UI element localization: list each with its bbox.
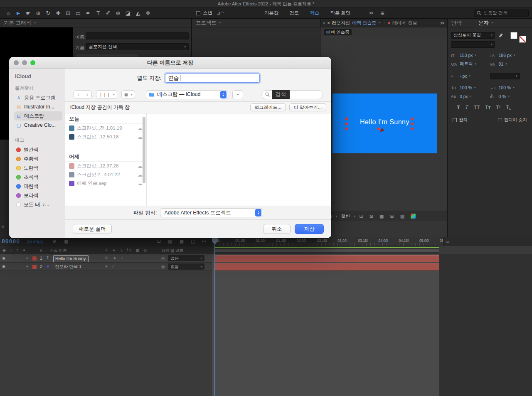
tsume-control[interactable]: あ 0 % ▾ <box>490 93 529 99</box>
file-browser-empty-area[interactable] <box>147 113 331 206</box>
close-traffic-light[interactable] <box>14 60 19 65</box>
workspace-grid-icon[interactable]: ⊞ <box>380 10 384 16</box>
expand-chevron-icon[interactable]: ▸ <box>27 264 28 268</box>
layer-switches[interactable]: ✛ ∕ <box>105 264 116 268</box>
type-style-button[interactable]: TT <box>474 105 480 111</box>
roto-brush-tool-icon[interactable]: ◭ <box>133 10 143 16</box>
clone-stamp-tool-icon[interactable]: ⊚ <box>113 10 123 16</box>
selection-handle[interactable] <box>411 118 414 120</box>
file-row[interactable]: 에펙 연습.aep ☁ <box>65 179 146 188</box>
layer-tab[interactable]: 레이어 <box>392 20 406 26</box>
sidebar-tag-item[interactable]: 노란색 <box>14 163 62 172</box>
type-style-button[interactable]: T <box>457 105 460 111</box>
selection-handle[interactable] <box>345 123 348 125</box>
font-family-dropdown[interactable]: 상상토끼 꽃길 ▾ <box>451 32 495 39</box>
tracking-control[interactable]: VA 91 ▾ <box>490 61 529 67</box>
layer-tab-name[interactable]: 진보 <box>408 20 417 26</box>
hindi-digits-checkbox[interactable] <box>498 118 502 122</box>
type-style-button[interactable]: T₁ <box>506 105 511 111</box>
type-tool-icon[interactable]: T <box>93 10 103 16</box>
forward-button[interactable]: › <box>83 91 91 98</box>
type-style-button[interactable]: Tᴛ <box>485 105 490 111</box>
snap-arc-icon[interactable]: ◠ <box>220 10 224 15</box>
workspace-overflow-icon[interactable]: ≫ <box>369 10 374 16</box>
home-tool-icon[interactable]: ⌂ <box>3 10 13 16</box>
icloud-download-icon[interactable]: ☁ <box>138 163 143 169</box>
window-titlebar[interactable]: Adobe After Effects 2022 - 제목 없는 프로젝트 * <box>0 0 532 8</box>
brush-tool-icon[interactable]: ✐ <box>103 10 113 16</box>
tab-character[interactable]: 문자 <box>478 20 489 27</box>
layer-name[interactable]: 진보라 단색 1 <box>53 263 83 270</box>
font-style-dropdown[interactable]: - ▾ <box>451 41 495 48</box>
group-view-control[interactable]: ▦ ▾ <box>121 90 135 99</box>
pan-camera-tool-icon[interactable]: ✚ <box>53 10 63 16</box>
minimize-traffic-light[interactable] <box>22 60 27 65</box>
panel-menu-icon[interactable]: ≡ <box>491 21 494 25</box>
selection-tool-icon[interactable]: ► <box>13 10 23 16</box>
icloud-download-icon[interactable]: ☁ <box>138 134 143 140</box>
puppet-pin-tool-icon[interactable]: ❖ <box>143 10 153 16</box>
vertical-scale-control[interactable]: ⇕T 100 % ▾ <box>451 85 490 90</box>
cancel-button[interactable]: 취소 <box>263 224 291 234</box>
timeline-option-icons[interactable]: ⊡ ▤ ▦ ◫ ↦ <box>157 239 209 244</box>
workspace-tab[interactable]: 학습 <box>310 10 319 16</box>
dialog-search-field[interactable]: 검색 <box>261 90 323 99</box>
composition-tab-name[interactable]: 에펙 연습중 <box>352 20 376 26</box>
layer-row[interactable]: ◉ ▸ 1 T Hello I'm Sunny. ✛ ★ ∕ ◎ 없음 ▾ <box>0 254 212 263</box>
comp-marker-icon[interactable]: ▭ <box>446 239 449 244</box>
current-timecode[interactable]: 00000 <box>2 238 20 244</box>
parent-dropdown[interactable]: 없음 ▾ <box>168 263 204 270</box>
upgrade-button[interactable]: 업그레이드... <box>250 103 286 111</box>
kerning-control[interactable]: V∕A 메트릭 ▾ <box>451 61 490 67</box>
expand-button[interactable]: › <box>232 90 243 99</box>
panel-menu-icon[interactable]: ≡ <box>219 21 222 25</box>
file-row[interactable]: 스크린샷 2...4.01.22 ☁ <box>65 170 146 179</box>
learn-more-button[interactable]: 더 알아보기... <box>289 103 326 111</box>
workspace-tab[interactable]: 기본값 <box>264 10 279 16</box>
project-panel-header[interactable]: 프로젝트 ≡ <box>192 19 320 27</box>
location-dropdown[interactable]: 데스크탑 — iCloud ▴▾ <box>146 90 228 99</box>
new-folder-button[interactable]: 새로운 폴더 <box>73 224 112 234</box>
leading-control[interactable]: ↕A 186 px ▾ <box>490 53 529 58</box>
primary-comp-dropdown[interactable]: 컴포지션 선택 ▾ <box>86 43 189 50</box>
leading-value[interactable]: 186 px <box>499 53 512 58</box>
sidebar-tag-item[interactable]: 초록색 <box>14 172 62 182</box>
snap-checkbox[interactable] <box>196 11 200 15</box>
canvas-text-layer[interactable]: Hello I'm Sunny <box>332 118 437 126</box>
sidebar-favorite-item[interactable]: ⊟ 데스크탑 <box>14 111 62 121</box>
shape-tool-icon[interactable]: ▭ <box>73 10 83 16</box>
composition-tab[interactable]: 컴포지션 <box>332 20 350 26</box>
dialog-titlebar[interactable]: 다른 이름으로 저장 <box>9 57 331 69</box>
stroke-width-value[interactable]: - px <box>460 74 467 79</box>
tab-overflow-icon[interactable]: ≫ <box>440 20 445 26</box>
parent-link-column[interactable]: 상위 및 링크 <box>161 248 183 253</box>
horizontal-scale-control[interactable]: ⇔T 100 % ▾ <box>490 85 529 90</box>
format-stepper[interactable]: ▴▾ <box>255 209 261 216</box>
visibility-eye-icon[interactable]: ◉ <box>2 264 5 268</box>
font-size-value[interactable]: 153 px <box>460 53 473 58</box>
resolution-dropdown[interactable]: 절반 <box>341 213 350 219</box>
help-search-field[interactable]: 도움말 검색 <box>474 10 529 17</box>
sidebar-tag-item[interactable]: 보라색 <box>14 191 62 200</box>
save-button[interactable]: 저장 <box>295 224 324 234</box>
workspace-tab[interactable]: 검토 <box>289 10 299 16</box>
source-name-column[interactable]: 소스 이름 <box>50 248 67 253</box>
layer-label-color[interactable] <box>32 256 37 261</box>
sidebar-tag-item[interactable]: 파란색 <box>14 182 62 191</box>
layer-duration-bar[interactable] <box>215 263 439 271</box>
composition-breadcrumb[interactable]: 에펙 연습중 <box>324 29 352 35</box>
stroke-width-control[interactable]: ≡ - px ▾ <box>451 73 490 79</box>
view-option-icons[interactable]: ⊡ ⊠ ▦ ⊞ ▤ <box>359 214 407 219</box>
channel-color-icon[interactable] <box>411 214 416 219</box>
pen-tool-icon[interactable]: ✒ <box>83 10 93 16</box>
sidebar-favorite-item[interactable]: Ａ 응용 프로그램 <box>14 93 62 102</box>
time-ruler[interactable]: 00f00:15f01:00f01:15f02:00f02:15f03:00f0… <box>212 237 532 246</box>
work-area-bar[interactable] <box>215 249 439 252</box>
file-row[interactable]: 스크린샷...전 1.01.19 ☁ <box>65 124 146 133</box>
file-list-scrollbar[interactable] <box>143 117 145 183</box>
selection-handle[interactable] <box>345 128 348 130</box>
name-input[interactable] <box>86 32 189 39</box>
column-view-control[interactable]: ❘❘❘ ▾ <box>96 90 117 99</box>
icloud-download-icon[interactable]: ☁ <box>138 125 143 131</box>
tracking-value[interactable]: 91 <box>499 61 504 66</box>
